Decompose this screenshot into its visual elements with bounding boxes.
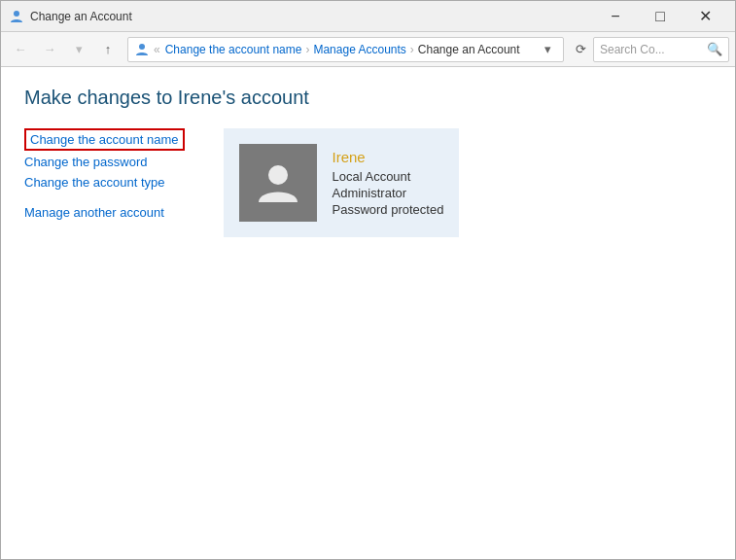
breadcrumb-current: Change an Account: [418, 43, 520, 56]
window-icon: [9, 9, 24, 24]
change-account-type-link[interactable]: Change the account type: [24, 172, 185, 192]
close-button[interactable]: ✕: [683, 1, 727, 32]
breadcrumb-sep-2: ›: [410, 43, 414, 56]
change-account-name-link[interactable]: Change the account name: [24, 128, 185, 151]
search-placeholder: Search Co...: [600, 43, 707, 56]
breadcrumb-user-accounts[interactable]: Change the account name: [165, 43, 302, 56]
change-password-link[interactable]: Change the password: [24, 152, 185, 172]
svg-point-1: [139, 44, 145, 50]
page-title: Make changes to Irene's account: [24, 87, 712, 109]
manage-another-account-link[interactable]: Manage another account: [24, 202, 185, 223]
dropdown-nav-button[interactable]: ▾: [65, 36, 92, 63]
avatar-icon: [253, 158, 303, 208]
address-text: « Change the account name › Manage Accou…: [154, 43, 520, 56]
svg-point-2: [268, 165, 288, 185]
address-arrows: «: [154, 43, 160, 56]
account-name: Irene: [333, 149, 444, 165]
breadcrumb-manage-accounts[interactable]: Manage Accounts: [313, 43, 405, 56]
svg-point-0: [14, 11, 19, 17]
account-detail-1: Administrator: [333, 186, 444, 200]
content-area: Change the account name Change the passw…: [24, 128, 712, 237]
breadcrumb-sep-1: ›: [305, 43, 309, 56]
account-info: Irene Local Account Administrator Passwo…: [333, 149, 444, 217]
up-button[interactable]: ↑: [94, 36, 122, 63]
account-card: Irene Local Account Administrator Passwo…: [224, 128, 460, 237]
search-icon[interactable]: 🔍: [707, 42, 722, 56]
address-bar: « Change the account name › Manage Accou…: [127, 37, 564, 62]
window-title: Change an Account: [30, 10, 593, 23]
maximize-button[interactable]: □: [638, 1, 683, 32]
account-detail-0: Local Account: [333, 169, 444, 184]
refresh-button[interactable]: ⟳: [570, 39, 591, 60]
forward-button[interactable]: →: [36, 36, 63, 63]
title-bar: Change an Account − □ ✕: [1, 1, 735, 32]
back-button[interactable]: ←: [7, 36, 34, 63]
links-section: Change the account name Change the passw…: [24, 128, 185, 223]
nav-bar: ← → ▾ ↑ « Change the account name › Mana…: [1, 32, 735, 67]
minimize-button[interactable]: −: [593, 1, 638, 32]
window: Change an Account − □ ✕ ← → ▾ ↑: [0, 0, 736, 560]
window-controls: − □ ✕: [593, 1, 727, 32]
account-detail-2: Password protected: [333, 202, 444, 217]
avatar-box: [239, 144, 317, 222]
address-icon: [134, 42, 150, 57]
search-bar[interactable]: Search Co... 🔍: [593, 37, 729, 62]
main-content: Make changes to Irene's account Change t…: [1, 67, 735, 559]
address-dropdown-button[interactable]: ▾: [538, 42, 557, 56]
